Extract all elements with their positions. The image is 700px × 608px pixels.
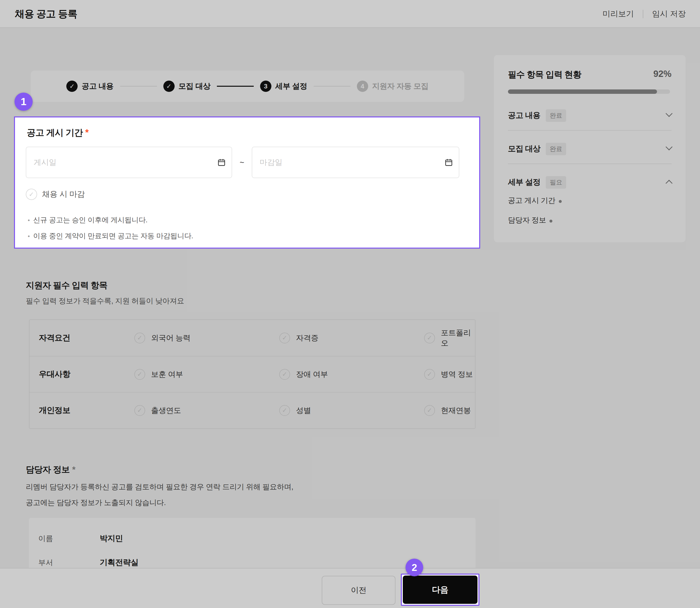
start-date-input[interactable]: [26, 147, 232, 178]
posting-period-note: 이용 중인 계약이 만료되면 공고는 자동 마감됩니다.: [28, 231, 193, 241]
tutorial-step-1-badge: 1: [15, 93, 33, 111]
date-range-tilde: ~: [236, 147, 248, 178]
job-posting-registration-page: 채용 공고 등록 미리보기 임시 저장 ✓ 공고 내용 ✓ 모집 대상 3 세부…: [0, 0, 700, 608]
start-date-field: [26, 147, 232, 178]
posting-period-note: 신규 공고는 승인 이후에 게시됩니다.: [28, 215, 148, 225]
posting-period-section: 공고 게시 기간* ~ ✓ 채용 시 마감 신규 공고는 승인 이후에 게시됩니…: [14, 116, 480, 249]
end-date-input[interactable]: [252, 147, 459, 178]
end-date-field: [252, 147, 459, 178]
close-on-hire-checkbox[interactable]: ✓ 채용 시 마감: [26, 189, 85, 200]
next-button[interactable]: 다음: [403, 575, 478, 604]
next-button-highlight-ring: 다음: [401, 574, 480, 606]
posting-period-title: 공고 게시 기간*: [27, 127, 89, 139]
check-circle-icon: ✓: [26, 189, 37, 200]
required-asterisk: *: [85, 128, 89, 137]
tutorial-step-2-badge: 2: [406, 558, 423, 576]
tutorial-dim-overlay: [0, 0, 700, 608]
